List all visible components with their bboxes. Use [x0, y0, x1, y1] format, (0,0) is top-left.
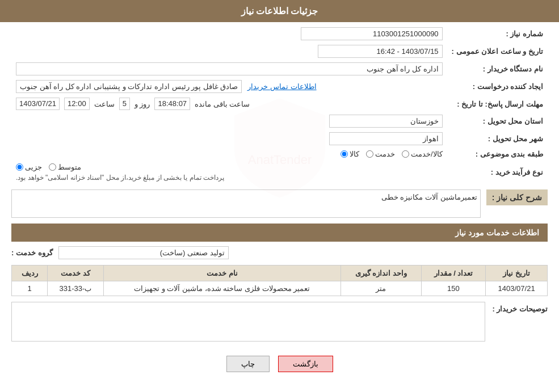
remaining-hours-label: ساعت باقی مانده [195, 100, 250, 108]
radio-kala: کالا [341, 150, 359, 158]
service-group-row: تولید صنعتی (ساخت) گروه خدمت : [11, 246, 548, 259]
cell-service-code: ب-33-331 [48, 281, 103, 296]
main-area: AnatTender شماره نیاز : 1103001251000090… [0, 22, 559, 389]
need-desc-section: شرح کلی نیاز : تعمیرماشین آلات مکانیزه خ… [11, 189, 548, 218]
page-title: جزئیات اطلاعات نیاز [241, 6, 318, 16]
delivery-province-label: استان محل تحویل : [447, 112, 548, 130]
service-group-label: گروه خدمت : [11, 248, 53, 257]
row-response-deadline: مهلت ارسال پاسخ: تا تاریخ : ساعت باقی ما… [11, 95, 548, 112]
need-desc-box: تعمیرماشین آلات مکانیزه خطی [11, 189, 481, 218]
cell-quantity: 150 [421, 281, 486, 296]
buyer-org-label: نام دستگاه خریدار : [447, 60, 548, 78]
response-deadline-value: ساعت باقی مانده 18:48:07 روز و 5 ساعت 12… [11, 95, 447, 112]
need-number-input: 1103001251000090 [301, 27, 443, 40]
col-need-date: تاریخ نیاز [486, 265, 548, 281]
page-wrapper: جزئیات اطلاعات نیاز AnatTender شماره نیا… [0, 0, 559, 392]
need-number-value: 1103001251000090 [11, 25, 447, 43]
services-header: اطلاعات خدمات مورد نیاز [11, 224, 548, 242]
purchase-type-value: متوسط جزیی پرداخت تمام یا بخشی از مبلغ خ… [11, 161, 447, 184]
announce-date-value: 1403/07/15 - 16:42 [11, 43, 447, 60]
response-deadline-label: مهلت ارسال پاسخ: تا تاریخ : [447, 95, 548, 112]
days-input: 5 [119, 98, 130, 110]
info-table: شماره نیاز : 1103001251000090 تاریخ و سا… [11, 25, 548, 184]
buyer-notes-box [11, 302, 485, 342]
jazei-label: جزیی [25, 163, 42, 171]
buyer-notes-section: توصیحات خریدار : [11, 302, 548, 342]
saeat-label: ساعت [94, 100, 115, 108]
creator-label: ایجاد کننده درخواست : [447, 78, 548, 95]
table-row: 1403/07/21 150 متر تعمیر محصولات فلزی سا… [12, 281, 548, 296]
print-button[interactable]: چاپ [226, 356, 270, 372]
purchase-type-radio-group: متوسط جزیی [16, 163, 81, 171]
cell-row-num: 1 [12, 281, 48, 296]
radio-khadamat-input[interactable] [366, 150, 373, 158]
radio-motavaset-input[interactable] [49, 163, 56, 171]
creator-value: اطلاعات تماس خریدار صادق غافل پور رئیس ا… [11, 78, 447, 95]
kala-khadamat-label: کالا/خدمت [411, 150, 443, 158]
row-category: طبقه بندی موضوعی : کالا/خدمت خدمت کالا [11, 147, 548, 161]
col-row-num: ردیف [12, 265, 48, 281]
buyer-org-value: اداره کل راه آهن جنوب [11, 60, 447, 78]
cell-service-name: تعمیر محصولات فلزی ساخته شده، ماشین آلات… [103, 281, 341, 296]
services-table-body: 1403/07/21 150 متر تعمیر محصولات فلزی سا… [12, 281, 548, 296]
col-measurement-unit: واحد اندازه گیری [341, 265, 421, 281]
need-number-label: شماره نیاز : [447, 25, 548, 43]
contact-link[interactable]: اطلاعات تماس خریدار [247, 82, 316, 91]
delivery-city-value: اهواز [11, 130, 447, 147]
kala-label: کالا [350, 150, 359, 158]
announce-date-input: 1403/07/15 - 16:42 [318, 45, 443, 58]
col-service-name: نام خدمت [103, 265, 341, 281]
delivery-province-value: خوزستان [11, 112, 447, 130]
row-purchase-type: نوع فرآیند خرید : متوسط جزیی [11, 161, 548, 184]
radio-kala-khadamat: کالا/خدمت [402, 150, 443, 158]
buttons-row: بازگشت چاپ [11, 347, 548, 381]
radio-khadamat: خدمت [366, 150, 395, 158]
services-table-header-row: تاریخ نیاز تعداد / مقدار واحد اندازه گیر… [12, 265, 548, 281]
row-creator: ایجاد کننده درخواست : اطلاعات تماس خریدا… [11, 78, 548, 95]
delivery-city-label: شهر محل تحویل : [447, 130, 548, 147]
purchase-type-label: نوع فرآیند خرید : [447, 161, 548, 184]
need-desc-label: شرح کلی نیاز : [486, 189, 548, 205]
motavaset-label: متوسط [58, 163, 81, 171]
time-input: 12:00 [64, 98, 90, 110]
cell-unit: متر [341, 281, 421, 296]
col-quantity: تعداد / مقدار [421, 265, 486, 281]
radio-jazei-input[interactable] [16, 163, 23, 171]
services-table-header: تاریخ نیاز تعداد / مقدار واحد اندازه گیر… [12, 265, 548, 281]
services-table: تاریخ نیاز تعداد / مقدار واحد اندازه گیر… [11, 265, 548, 296]
response-date-input: 1403/07/21 [16, 98, 60, 110]
category-radio-group: کالا/خدمت خدمت کالا [16, 150, 443, 158]
cell-need-date: 1403/07/21 [486, 281, 548, 296]
purchase-type-note: پرداخت تمام یا بخشی از مبلغ خرید،از محل … [16, 174, 224, 182]
radio-motavaset: متوسط [49, 163, 81, 171]
rooz-label: روز و [135, 100, 150, 108]
radio-kala-khadamat-input[interactable] [402, 150, 409, 158]
row-delivery-province: استان محل تحویل : خوزستان [11, 112, 548, 130]
delivery-province-input: خوزستان [329, 115, 443, 128]
category-label: طبقه بندی موضوعی : [447, 147, 548, 161]
col-service-code: کد خدمت [48, 265, 103, 281]
row-delivery-city: شهر محل تحویل : اهواز [11, 130, 548, 147]
back-button[interactable]: بازگشت [278, 356, 333, 372]
announce-date-label: تاریخ و ساعت اعلان عمومی : [447, 43, 548, 60]
buyer-notes-label: توصیحات خریدار : [491, 302, 548, 313]
row-announce-date: تاریخ و ساعت اعلان عمومی : 1403/07/15 - … [11, 43, 548, 60]
remaining-time-input: 18:48:07 [154, 98, 190, 110]
radio-jazei: جزیی [16, 163, 42, 171]
page-header: جزئیات اطلاعات نیاز [0, 0, 559, 22]
buyer-org-input: اداره کل راه آهن جنوب [16, 62, 443, 75]
radio-kala-input[interactable] [341, 150, 348, 158]
service-group-input: تولید صنعتی (ساخت) [58, 246, 229, 259]
row-buyer-org: نام دستگاه خریدار : اداره کل راه آهن جنو… [11, 60, 548, 78]
category-value: کالا/خدمت خدمت کالا [11, 147, 447, 161]
creator-input: صادق غافل پور رئیس اداره تدارکات و پشتیب… [16, 80, 242, 93]
delivery-city-input: اهواز [329, 132, 443, 145]
row-need-number: شماره نیاز : 1103001251000090 [11, 25, 548, 43]
khadamat-label: خدمت [375, 150, 395, 158]
